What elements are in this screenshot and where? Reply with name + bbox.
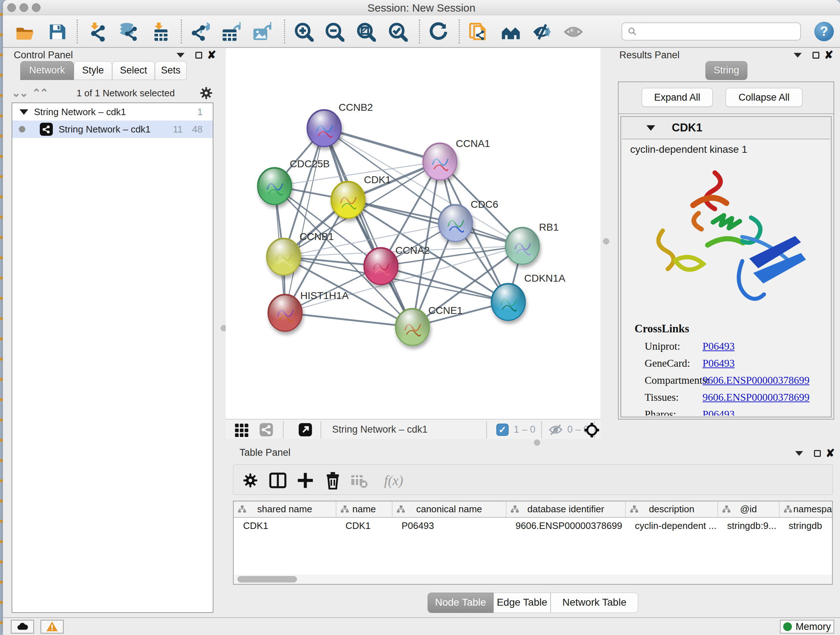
results-panel-float-button[interactable] — [810, 50, 821, 60]
horizontal-splitter[interactable] — [226, 439, 840, 447]
network-row[interactable]: String Network – cdk1 11 48 — [12, 120, 213, 138]
crosslink-link[interactable]: 9606.ENSP00000378699 — [703, 374, 810, 386]
help-button[interactable]: ? — [814, 22, 834, 41]
control-panel-float-button[interactable] — [193, 50, 204, 60]
cdk1-disclosure-icon[interactable] — [646, 125, 655, 131]
network-node[interactable]: CCNB1 — [267, 231, 334, 275]
show-columns-icon[interactable] — [269, 471, 287, 489]
cdk1-section-header[interactable]: CDK1 — [621, 117, 831, 139]
save-icon[interactable] — [47, 21, 68, 42]
table-cell[interactable]: cyclin-dependent ... — [625, 517, 718, 534]
refresh-icon[interactable] — [428, 21, 449, 42]
column-header-namespace[interactable]: namespace — [779, 501, 833, 517]
column-header-name[interactable]: name — [336, 501, 392, 517]
node-table[interactable]: shared namenamecanonical namedatabase id… — [233, 501, 833, 585]
column-header-canonical-name[interactable]: canonical name — [392, 501, 506, 517]
grid-view-icon[interactable] — [234, 423, 249, 437]
tab-network[interactable]: Network — [20, 61, 74, 80]
table-cell[interactable]: 9606.ENSP00000378699 — [506, 517, 625, 534]
expand-all-button[interactable]: Expand All — [642, 88, 713, 107]
search-input[interactable] — [641, 26, 795, 38]
export-network-icon[interactable] — [189, 21, 210, 42]
network-options-gear-icon[interactable] — [199, 86, 213, 100]
table-options-gear-icon[interactable] — [241, 471, 259, 489]
export-table-icon[interactable] — [220, 21, 241, 42]
search-box[interactable] — [622, 22, 801, 41]
open-file-icon[interactable] — [14, 21, 35, 42]
home-icon[interactable] — [500, 21, 521, 42]
hidden-items-eye-icon[interactable] — [548, 423, 563, 437]
add-column-icon[interactable] — [296, 471, 314, 489]
network-collection-row[interactable]: String Network – cdk1 1 — [12, 103, 213, 120]
column-header--id[interactable]: @id — [718, 501, 779, 517]
tab-select[interactable]: Select — [112, 61, 155, 80]
network-node[interactable]: HIST1H1A — [268, 290, 349, 331]
tab-sets[interactable]: Sets — [155, 61, 187, 80]
results-panel-close-button[interactable]: ✘ — [823, 50, 834, 60]
tab-edge-table[interactable]: Edge Table — [493, 593, 551, 613]
table-cell[interactable]: CDK1 — [234, 517, 336, 534]
network-edge[interactable] — [324, 128, 440, 162]
right-splitter[interactable] — [600, 48, 612, 439]
network-node[interactable]: CCNE1 — [395, 305, 463, 345]
column-header-database-identifier[interactable]: database identifier — [506, 501, 625, 517]
table-cell[interactable]: stringdb:9... — [718, 517, 779, 534]
network-node[interactable]: RB1 — [505, 222, 559, 264]
warnings-button[interactable] — [41, 620, 64, 633]
network-edge[interactable] — [381, 266, 508, 302]
table-cell[interactable]: stringdb — [779, 517, 833, 534]
control-panel-menu-button[interactable] — [175, 50, 186, 60]
results-panel-menu-button[interactable] — [792, 50, 803, 60]
open-view-icon[interactable] — [298, 423, 313, 437]
crosslink-link[interactable]: P06493 — [703, 409, 735, 416]
network-badge-icon[interactable] — [259, 423, 273, 437]
collection-disclosure-icon[interactable] — [19, 109, 28, 115]
network-canvas[interactable]: CCNB2 CCNA1 CDC25B CDK1 CDC6 RB1 CCNB1 C… — [226, 48, 600, 419]
network-file-icon[interactable] — [468, 21, 489, 42]
control-panel-close-button[interactable]: ✘ — [206, 50, 217, 60]
table-cell[interactable]: CDK1 — [336, 517, 392, 534]
control-panel-title: Control Panel — [14, 50, 73, 61]
table-cell[interactable]: P06493 — [392, 517, 506, 534]
table-row[interactable]: CDK1CDK1P064939606.ENSP00000378699cyclin… — [234, 517, 833, 534]
network-edge[interactable] — [285, 128, 324, 313]
table-panel-close-button[interactable]: ✘ — [825, 448, 836, 458]
collapse-all-networks-icon[interactable]: ⌄⌄ — [11, 88, 27, 98]
tab-node-table[interactable]: Node Table — [428, 593, 493, 613]
crosslink-link[interactable]: 9606.ENSP00000378699 — [703, 391, 810, 403]
zoom-fit-icon[interactable] — [355, 21, 377, 42]
memory-button[interactable]: Memory — [780, 620, 834, 633]
export-image-icon[interactable] — [251, 21, 272, 42]
network-node[interactable]: CCNA1 — [423, 138, 490, 180]
column-header-shared-name[interactable]: shared name — [234, 501, 336, 517]
table-panel-float-button[interactable] — [812, 448, 823, 458]
table-panel-menu-button[interactable] — [794, 448, 805, 458]
left-splitter[interactable] — [221, 48, 226, 617]
import-database-icon[interactable] — [118, 21, 139, 42]
tab-style[interactable]: Style — [74, 61, 112, 80]
zoom-out-icon[interactable] — [324, 21, 345, 42]
import-network-icon[interactable] — [87, 21, 108, 42]
import-table-icon[interactable] — [150, 21, 172, 42]
collapse-all-button[interactable]: Collapse All — [726, 88, 802, 107]
crosslink-link[interactable]: P06493 — [703, 340, 735, 352]
delete-column-icon[interactable] — [324, 471, 342, 489]
network-edge[interactable] — [285, 313, 412, 327]
control-panel: Control Panel ✘ NetworkStyleSelectSets ⌄… — [4, 48, 221, 617]
crosslink-link[interactable]: P06493 — [703, 357, 735, 369]
network-node[interactable]: CDC25B — [257, 158, 330, 204]
tab-network-table[interactable]: Network Table — [551, 593, 638, 613]
show-eye-icon[interactable] — [563, 21, 584, 42]
tab-string[interactable]: String — [706, 61, 747, 80]
cloud-status-button[interactable] — [11, 620, 34, 633]
zoom-in-icon[interactable] — [294, 21, 314, 42]
scrollbar-thumb[interactable] — [237, 576, 297, 583]
network-node[interactable]: CDKN1A — [491, 272, 565, 320]
hide-eye-icon[interactable] — [531, 21, 553, 42]
birdseye-crosshair-icon[interactable] — [584, 422, 600, 438]
selected-nodes-checkbox[interactable]: ✓ — [496, 424, 508, 436]
column-header-description[interactable]: description — [625, 501, 718, 517]
expand-all-networks-icon[interactable]: ⌃⌃ — [32, 88, 47, 98]
table-horizontal-scrollbar[interactable] — [234, 575, 832, 584]
zoom-selected-icon[interactable] — [387, 21, 409, 42]
